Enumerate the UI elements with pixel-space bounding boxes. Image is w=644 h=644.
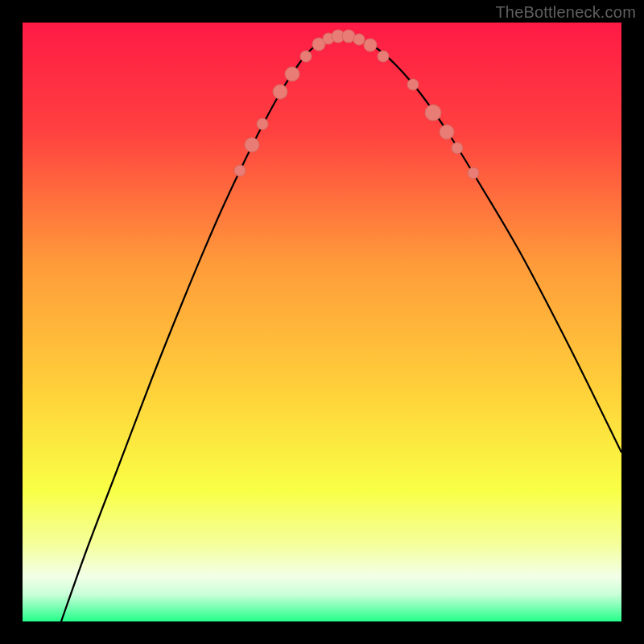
plot-area xyxy=(23,23,621,621)
curve-layer xyxy=(23,23,621,621)
bottleneck-curve xyxy=(61,36,621,621)
marker-dot xyxy=(273,85,287,99)
marker-dot xyxy=(364,39,377,52)
watermark-text: TheBottleneck.com xyxy=(495,3,636,22)
marker-dot xyxy=(300,51,312,62)
marker-dot xyxy=(440,125,454,139)
marker-dot xyxy=(425,105,441,121)
marker-dot xyxy=(353,34,365,45)
highlighted-points xyxy=(234,30,479,179)
marker-dot xyxy=(245,138,259,152)
marker-dot xyxy=(407,79,419,90)
outer-frame: TheBottleneck.com xyxy=(0,0,644,644)
marker-dot xyxy=(378,51,389,62)
marker-dot xyxy=(234,165,246,176)
marker-dot xyxy=(342,30,355,43)
marker-dot xyxy=(452,142,463,154)
marker-dot xyxy=(257,118,268,130)
marker-dot xyxy=(285,67,299,81)
marker-dot xyxy=(468,167,479,179)
